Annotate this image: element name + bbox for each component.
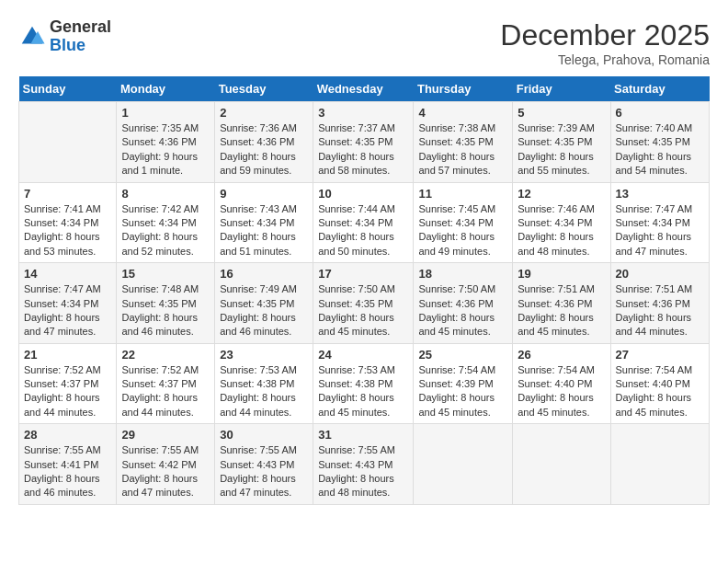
day-info: Sunrise: 7:47 AMSunset: 4:34 PMDaylight:… — [616, 202, 704, 259]
logo-icon — [18, 23, 46, 51]
day-number: 25 — [418, 348, 507, 362]
header-day-sunday: Sunday — [19, 76, 117, 102]
day-info: Sunrise: 7:49 AMSunset: 4:35 PMDaylight:… — [220, 282, 308, 339]
day-number: 29 — [121, 428, 210, 442]
day-number: 24 — [318, 348, 408, 362]
calendar-cell: 10Sunrise: 7:44 AMSunset: 4:34 PMDayligh… — [313, 182, 414, 263]
day-number: 18 — [418, 267, 507, 281]
calendar-cell: 18Sunrise: 7:50 AMSunset: 4:36 PMDayligh… — [414, 263, 513, 344]
calendar-cell: 7Sunrise: 7:41 AMSunset: 4:34 PMDaylight… — [19, 182, 117, 263]
day-number: 21 — [24, 348, 111, 362]
day-number: 10 — [318, 187, 408, 201]
header-day-saturday: Saturday — [610, 76, 709, 102]
day-number: 14 — [24, 267, 111, 281]
calendar-cell: 12Sunrise: 7:46 AMSunset: 4:34 PMDayligh… — [513, 182, 610, 263]
day-number: 6 — [616, 106, 704, 120]
day-number: 4 — [418, 106, 507, 120]
calendar-cell: 11Sunrise: 7:45 AMSunset: 4:34 PMDayligh… — [414, 182, 513, 263]
day-number: 22 — [121, 348, 210, 362]
calendar-cell: 30Sunrise: 7:55 AMSunset: 4:43 PMDayligh… — [215, 424, 313, 505]
day-info: Sunrise: 7:43 AMSunset: 4:34 PMDaylight:… — [220, 202, 308, 259]
logo-blue-text: Blue — [50, 37, 111, 55]
day-info: Sunrise: 7:37 AMSunset: 4:35 PMDaylight:… — [318, 121, 408, 178]
calendar-cell: 15Sunrise: 7:48 AMSunset: 4:35 PMDayligh… — [117, 263, 215, 344]
calendar-cell — [513, 424, 610, 505]
calendar-cell: 3Sunrise: 7:37 AMSunset: 4:35 PMDaylight… — [313, 102, 414, 183]
week-row-5: 28Sunrise: 7:55 AMSunset: 4:41 PMDayligh… — [19, 424, 710, 505]
day-info: Sunrise: 7:50 AMSunset: 4:35 PMDaylight:… — [318, 282, 408, 339]
day-number: 17 — [318, 267, 408, 281]
calendar-cell — [414, 424, 513, 505]
day-number: 16 — [220, 267, 308, 281]
day-info: Sunrise: 7:50 AMSunset: 4:36 PMDaylight:… — [418, 282, 507, 339]
day-info: Sunrise: 7:40 AMSunset: 4:35 PMDaylight:… — [616, 121, 704, 178]
page-header: General Blue December 2025 Telega, Praho… — [18, 18, 710, 67]
calendar-cell — [19, 102, 117, 183]
header-day-wednesday: Wednesday — [313, 76, 414, 102]
header-day-tuesday: Tuesday — [215, 76, 313, 102]
day-number: 28 — [24, 428, 111, 442]
day-number: 20 — [616, 267, 704, 281]
day-info: Sunrise: 7:55 AMSunset: 4:43 PMDaylight:… — [220, 443, 308, 500]
day-info: Sunrise: 7:38 AMSunset: 4:35 PMDaylight:… — [418, 121, 507, 178]
calendar-cell: 20Sunrise: 7:51 AMSunset: 4:36 PMDayligh… — [610, 263, 709, 344]
day-info: Sunrise: 7:54 AMSunset: 4:40 PMDaylight:… — [616, 363, 704, 420]
day-info: Sunrise: 7:51 AMSunset: 4:36 PMDaylight:… — [518, 282, 605, 339]
calendar-cell: 22Sunrise: 7:52 AMSunset: 4:37 PMDayligh… — [117, 343, 215, 424]
calendar-cell: 26Sunrise: 7:54 AMSunset: 4:40 PMDayligh… — [513, 343, 610, 424]
day-info: Sunrise: 7:53 AMSunset: 4:38 PMDaylight:… — [318, 363, 408, 420]
calendar-cell: 25Sunrise: 7:54 AMSunset: 4:39 PMDayligh… — [414, 343, 513, 424]
calendar-cell: 28Sunrise: 7:55 AMSunset: 4:41 PMDayligh… — [19, 424, 117, 505]
calendar-cell: 17Sunrise: 7:50 AMSunset: 4:35 PMDayligh… — [313, 263, 414, 344]
week-row-2: 7Sunrise: 7:41 AMSunset: 4:34 PMDaylight… — [19, 182, 710, 263]
day-info: Sunrise: 7:36 AMSunset: 4:36 PMDaylight:… — [220, 121, 308, 178]
day-number: 23 — [220, 348, 308, 362]
header-day-monday: Monday — [117, 76, 215, 102]
day-info: Sunrise: 7:35 AMSunset: 4:36 PMDaylight:… — [121, 121, 210, 178]
calendar-cell: 31Sunrise: 7:55 AMSunset: 4:43 PMDayligh… — [313, 424, 414, 505]
day-number: 19 — [518, 267, 605, 281]
location-subtitle: Telega, Prahova, Romania — [500, 52, 710, 67]
day-info: Sunrise: 7:55 AMSunset: 4:43 PMDaylight:… — [318, 443, 408, 500]
day-info: Sunrise: 7:51 AMSunset: 4:36 PMDaylight:… — [616, 282, 704, 339]
day-number: 3 — [318, 106, 408, 120]
day-number: 11 — [418, 187, 507, 201]
day-info: Sunrise: 7:52 AMSunset: 4:37 PMDaylight:… — [24, 363, 111, 420]
day-number: 27 — [616, 348, 704, 362]
day-number: 15 — [121, 267, 210, 281]
day-number: 26 — [518, 348, 605, 362]
day-info: Sunrise: 7:41 AMSunset: 4:34 PMDaylight:… — [24, 202, 111, 259]
calendar-cell — [610, 424, 709, 505]
header-day-thursday: Thursday — [414, 76, 513, 102]
day-number: 5 — [518, 106, 605, 120]
calendar-cell: 8Sunrise: 7:42 AMSunset: 4:34 PMDaylight… — [117, 182, 215, 263]
calendar-cell: 27Sunrise: 7:54 AMSunset: 4:40 PMDayligh… — [610, 343, 709, 424]
calendar-cell: 6Sunrise: 7:40 AMSunset: 4:35 PMDaylight… — [610, 102, 709, 183]
calendar-cell: 16Sunrise: 7:49 AMSunset: 4:35 PMDayligh… — [215, 263, 313, 344]
calendar-table: SundayMondayTuesdayWednesdayThursdayFrid… — [18, 76, 710, 505]
week-row-3: 14Sunrise: 7:47 AMSunset: 4:34 PMDayligh… — [19, 263, 710, 344]
calendar-cell: 1Sunrise: 7:35 AMSunset: 4:36 PMDaylight… — [117, 102, 215, 183]
day-info: Sunrise: 7:48 AMSunset: 4:35 PMDaylight:… — [121, 282, 210, 339]
calendar-cell: 5Sunrise: 7:39 AMSunset: 4:35 PMDaylight… — [513, 102, 610, 183]
day-info: Sunrise: 7:47 AMSunset: 4:34 PMDaylight:… — [24, 282, 111, 339]
day-number: 7 — [24, 187, 111, 201]
day-number: 2 — [220, 106, 308, 120]
logo: General Blue — [18, 18, 111, 55]
week-row-4: 21Sunrise: 7:52 AMSunset: 4:37 PMDayligh… — [19, 343, 710, 424]
day-info: Sunrise: 7:45 AMSunset: 4:34 PMDaylight:… — [418, 202, 507, 259]
calendar-cell: 29Sunrise: 7:55 AMSunset: 4:42 PMDayligh… — [117, 424, 215, 505]
day-info: Sunrise: 7:54 AMSunset: 4:40 PMDaylight:… — [518, 363, 605, 420]
day-number: 30 — [220, 428, 308, 442]
day-number: 13 — [616, 187, 704, 201]
month-title: December 2025 — [500, 18, 710, 52]
calendar-cell: 14Sunrise: 7:47 AMSunset: 4:34 PMDayligh… — [19, 263, 117, 344]
day-number: 12 — [518, 187, 605, 201]
day-number: 9 — [220, 187, 308, 201]
day-info: Sunrise: 7:39 AMSunset: 4:35 PMDaylight:… — [518, 121, 605, 178]
week-row-1: 1Sunrise: 7:35 AMSunset: 4:36 PMDaylight… — [19, 102, 710, 183]
day-info: Sunrise: 7:53 AMSunset: 4:38 PMDaylight:… — [220, 363, 308, 420]
header-day-friday: Friday — [513, 76, 610, 102]
day-info: Sunrise: 7:46 AMSunset: 4:34 PMDaylight:… — [518, 202, 605, 259]
day-info: Sunrise: 7:54 AMSunset: 4:39 PMDaylight:… — [418, 363, 507, 420]
